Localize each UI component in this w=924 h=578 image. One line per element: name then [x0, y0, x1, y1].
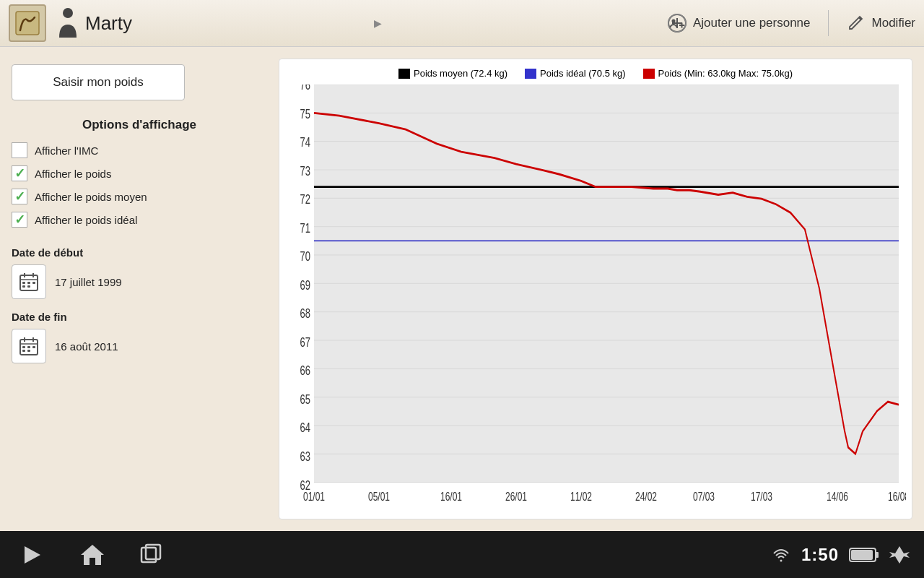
svg-text:74: 74 — [300, 135, 311, 150]
svg-rect-14 — [22, 282, 25, 284]
topbar-divider — [828, 10, 829, 36]
check-mark-poids: ✓ — [14, 167, 25, 180]
svg-text:16/01: 16/01 — [440, 490, 462, 503]
check-mark-poids-ideal: ✓ — [14, 213, 25, 226]
legend-color-poids — [643, 69, 655, 79]
checkbox-row-poids-ideal: ✓ Afficher le poids idéal — [12, 212, 267, 228]
svg-rect-27 — [27, 350, 30, 352]
svg-text:73: 73 — [300, 164, 311, 178]
user-name[interactable]: Marty — [85, 12, 370, 35]
date-fin-value: 16 août 2011 — [55, 340, 118, 353]
recent-apps-icon — [139, 542, 165, 568]
svg-rect-15 — [27, 282, 30, 284]
home-button[interactable] — [74, 536, 111, 574]
airplane-icon — [889, 545, 910, 565]
svg-rect-23 — [22, 346, 25, 348]
legend-label-moyen: Poids moyen (72.4 kg) — [414, 68, 507, 79]
svg-text:11/02: 11/02 — [570, 490, 592, 503]
svg-text:68: 68 — [300, 306, 311, 321]
svg-text:72: 72 — [300, 192, 311, 207]
checkbox-row-poids-moyen: ✓ Afficher le poids moyen — [12, 189, 267, 204]
clock: 1:50 — [801, 545, 839, 565]
add-person-icon — [667, 13, 687, 33]
modifier-label: Modifier — [872, 16, 915, 30]
chart-legend: Poids moyen (72.4 kg) Poids idéal (70.5 … — [285, 68, 906, 79]
svg-text:65: 65 — [300, 392, 311, 407]
svg-text:05/01: 05/01 — [368, 490, 390, 503]
svg-rect-26 — [22, 350, 25, 352]
signal-icon — [771, 545, 791, 565]
svg-rect-77 — [876, 552, 879, 558]
checkbox-row-poids: ✓ Afficher le poids — [12, 165, 267, 181]
recent-apps-button[interactable] — [133, 536, 170, 574]
svg-text:69: 69 — [300, 278, 311, 293]
topbar-actions: Ajouter une personne Modifier — [667, 10, 915, 36]
svg-rect-17 — [22, 285, 25, 288]
calendar-icon-fin — [19, 336, 39, 356]
svg-marker-71 — [25, 546, 40, 564]
svg-rect-76 — [851, 550, 873, 560]
add-person-label: Ajouter une personne — [693, 16, 811, 30]
bottom-nav: 1:50 — [0, 531, 924, 578]
legend-ideal: Poids idéal (70.5 kg) — [525, 68, 626, 79]
chart-area: 76 75 74 73 72 71 70 69 68 67 — [285, 85, 906, 513]
svg-rect-18 — [27, 285, 30, 288]
checkbox-row-imc: Afficher l'IMC — [12, 142, 267, 158]
svg-text:70: 70 — [300, 249, 311, 264]
svg-text:76: 76 — [300, 85, 311, 92]
checkbox-label-poids-moyen: Afficher le poids moyen — [35, 191, 147, 203]
person-icon — [56, 6, 79, 40]
bottom-right-status: 1:50 — [771, 545, 910, 565]
svg-text:24/02: 24/02 — [635, 490, 657, 503]
date-debut-calendar-button[interactable] — [12, 264, 46, 299]
back-icon — [20, 542, 46, 568]
date-debut-label: Date de début — [12, 246, 267, 259]
weight-chart-svg: 76 75 74 73 72 71 70 69 68 67 — [285, 85, 906, 513]
check-mark-poids-moyen: ✓ — [14, 190, 25, 203]
legend-label-ideal: Poids idéal (70.5 kg) — [540, 68, 626, 79]
svg-text:75: 75 — [300, 106, 311, 121]
svg-rect-0 — [16, 12, 39, 35]
main-area: Saisir mon poids Options d'affichage Aff… — [0, 47, 924, 531]
svg-point-6 — [671, 20, 675, 23]
svg-text:63: 63 — [300, 449, 311, 464]
chart-panel: Poids moyen (72.4 kg) Poids idéal (70.5 … — [279, 59, 912, 519]
svg-text:07/03: 07/03 — [693, 490, 715, 503]
date-fin-row: 16 août 2011 — [12, 329, 267, 363]
svg-text:16/08: 16/08 — [888, 490, 906, 503]
svg-text:01/01: 01/01 — [303, 490, 325, 503]
checkbox-label-imc: Afficher l'IMC — [35, 144, 98, 157]
dropdown-arrow-icon[interactable]: ▶ — [374, 17, 382, 29]
saisir-poids-button[interactable]: Saisir mon poids — [12, 64, 185, 100]
svg-text:14/06: 14/06 — [827, 490, 848, 503]
calendar-icon-debut — [19, 272, 39, 292]
battery-clock-icon — [849, 545, 879, 565]
date-debut-value: 17 juillet 1999 — [55, 276, 122, 288]
pencil-icon — [846, 13, 866, 33]
legend-label-poids: Poids (Min: 63.0kg Max: 75.0kg) — [658, 68, 793, 79]
checkbox-label-poids-ideal: Afficher le poids idéal — [35, 214, 137, 226]
date-fin-calendar-button[interactable] — [12, 329, 46, 363]
left-panel: Saisir mon poids Options d'affichage Aff… — [12, 59, 279, 519]
svg-text:71: 71 — [300, 221, 311, 236]
checkbox-poids[interactable]: ✓ — [12, 165, 27, 181]
app-logo[interactable] — [9, 4, 46, 42]
modifier-button[interactable]: Modifier — [846, 13, 915, 33]
legend-moyen: Poids moyen (72.4 kg) — [398, 68, 507, 79]
svg-point-1 — [63, 8, 73, 18]
legend-color-moyen — [398, 69, 410, 79]
logo-icon — [14, 10, 40, 36]
svg-text:64: 64 — [300, 420, 311, 435]
svg-text:67: 67 — [300, 335, 311, 350]
checkbox-poids-ideal[interactable]: ✓ — [12, 212, 27, 228]
checkbox-poids-moyen[interactable]: ✓ — [12, 189, 27, 204]
top-bar: Marty ▶ Ajouter une personne Modi — [0, 0, 924, 47]
add-person-button[interactable]: Ajouter une personne — [667, 13, 811, 33]
legend-color-ideal — [525, 69, 536, 79]
svg-text:17/03: 17/03 — [751, 490, 772, 503]
back-button[interactable] — [14, 536, 52, 574]
date-debut-row: 17 juillet 1999 — [12, 264, 267, 299]
checkbox-imc[interactable] — [12, 142, 27, 158]
svg-rect-25 — [32, 346, 35, 348]
svg-rect-16 — [32, 282, 35, 284]
